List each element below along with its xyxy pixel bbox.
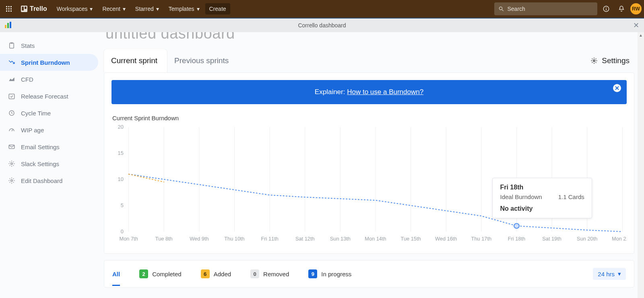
svg-line-24 (12, 129, 13, 131)
svg-text:Mon 14th: Mon 14th (365, 236, 386, 242)
filter-added[interactable]: 6Added (201, 269, 231, 278)
menu-recent[interactable]: Recent▾ (98, 3, 129, 14)
avatar[interactable]: RW (630, 3, 642, 14)
svg-rect-20 (10, 43, 14, 48)
svg-point-66 (514, 224, 519, 228)
svg-rect-19 (10, 22, 11, 28)
svg-rect-2 (10, 6, 12, 7)
sidebar-item-stats[interactable]: Stats (0, 37, 98, 54)
filter-label: Removed (263, 271, 289, 277)
gear-icon (8, 177, 15, 184)
tooltip-value: 1.1 Cards (558, 193, 584, 200)
clock-icon (8, 109, 15, 117)
chart-tooltip: Fri 18th Ideal Burndown 1.1 Cards No act… (492, 178, 592, 218)
trello-logo[interactable]: Trello (17, 3, 51, 15)
svg-rect-6 (6, 10, 7, 12)
tab-previous-sprints[interactable]: Previous sprints (167, 49, 238, 72)
svg-text:Tue 15th: Tue 15th (401, 236, 421, 242)
mail-icon (8, 143, 15, 150)
menu-templates[interactable]: Templates▾ (165, 3, 204, 14)
settings-link[interactable]: Settings (590, 56, 634, 65)
svg-rect-10 (22, 6, 24, 10)
main-area: untitled dashboard Current sprint Previo… (101, 32, 644, 298)
activity-filter-card: All 2Completed 6Added 0Removed 9In progr… (104, 260, 634, 288)
svg-text:Fri 18th: Fri 18th (508, 236, 525, 242)
sidebar-item-label: WIP age (21, 127, 44, 134)
trello-logo-text: Trello (30, 5, 47, 12)
svg-rect-1 (8, 6, 10, 7)
close-icon[interactable]: ✕ (633, 21, 639, 30)
svg-rect-7 (8, 10, 10, 12)
burndown-chart[interactable]: 05101520Mon 7thTue 8thWed 9thThu 10thFri… (111, 123, 627, 244)
gear-icon (8, 160, 15, 167)
tab-current-sprint[interactable]: Current sprint (104, 49, 167, 72)
svg-text:Sat 19th: Sat 19th (542, 236, 561, 242)
trend-down-icon (8, 59, 15, 66)
svg-text:Wed 9th: Wed 9th (190, 236, 208, 242)
banner-close-icon[interactable] (613, 84, 621, 92)
svg-rect-21 (10, 43, 13, 44)
menu-workspaces[interactable]: Workspaces▾ (53, 3, 97, 14)
sidebar-item-label: Stats (21, 42, 35, 49)
create-button[interactable]: Create (205, 3, 230, 14)
svg-rect-11 (25, 6, 27, 9)
sidebar-item-label: CFD (21, 76, 33, 83)
banner-link[interactable]: How to use a Burndown? (347, 88, 423, 96)
gear-icon (590, 57, 598, 64)
sidebar-item-release-forecast[interactable]: Release Forecast (0, 88, 98, 105)
settings-label: Settings (602, 56, 630, 65)
sidebar-item-slack-settings[interactable]: Slack Settings (0, 155, 98, 172)
info-icon[interactable] (600, 2, 613, 15)
sidebar-item-cycle-time[interactable]: Cycle Time (0, 105, 98, 121)
svg-text:10: 10 (118, 177, 124, 182)
tooltip-no-activity: No activity (500, 205, 584, 212)
sidebar-item-label: Edit Dashboard (21, 177, 62, 184)
svg-rect-22 (9, 94, 14, 99)
sidebar-item-label: Sprint Burndown (21, 59, 70, 66)
sidebar-item-cfd[interactable]: CFD (0, 71, 98, 88)
filter-inprogress[interactable]: 9In progress (308, 269, 351, 278)
svg-rect-8 (10, 10, 12, 12)
badge-count: 0 (250, 269, 259, 278)
trello-topbar: Trello Workspaces▾ Recent▾ Starred▾ Temp… (0, 0, 644, 18)
chevron-down-icon: ▾ (618, 270, 621, 277)
badge-count: 6 (201, 269, 210, 278)
bell-icon[interactable] (615, 2, 628, 15)
sidebar-item-wip-age[interactable]: WIP age (0, 121, 98, 138)
filter-all[interactable]: All (112, 271, 120, 286)
sidebar-item-sprint-burndown[interactable]: Sprint Burndown (0, 54, 98, 71)
svg-text:20: 20 (118, 124, 124, 130)
search-input[interactable] (507, 6, 593, 12)
svg-text:Tue 8th: Tue 8th (155, 236, 173, 242)
explainer-banner: Explainer: How to use a Burndown? (111, 80, 627, 104)
svg-text:Sun 20th: Sun 20th (577, 236, 597, 242)
tooltip-date: Fri 18th (500, 184, 584, 191)
modal-header: Corrello dashboard ✕ (0, 18, 644, 32)
app-switcher-icon[interactable] (2, 2, 15, 15)
search-box[interactable] (494, 2, 597, 15)
svg-point-27 (11, 180, 13, 182)
menu-starred[interactable]: Starred▾ (131, 3, 163, 14)
search-icon (498, 6, 504, 12)
filter-removed[interactable]: 0Removed (250, 269, 289, 278)
banner-prefix: Explainer: (315, 88, 347, 96)
filter-completed[interactable]: 2Completed (139, 269, 182, 278)
svg-rect-5 (10, 8, 12, 10)
svg-text:0: 0 (121, 229, 124, 234)
time-range-select[interactable]: 24 hrs▾ (593, 268, 626, 280)
svg-text:Wed 16th: Wed 16th (435, 236, 457, 242)
svg-text:15: 15 (118, 150, 124, 156)
tooltip-series: Ideal Burndown (500, 193, 542, 200)
svg-text:Thu 10th: Thu 10th (224, 236, 245, 242)
svg-text:5: 5 (121, 203, 124, 208)
svg-rect-4 (8, 8, 10, 10)
sidebar-item-edit-dashboard[interactable]: Edit Dashboard (0, 172, 98, 189)
page-title: untitled dashboard (105, 32, 235, 42)
scrollbar[interactable]: ▲ (638, 32, 644, 298)
svg-point-26 (11, 163, 13, 165)
sidebar-item-label: Release Forecast (21, 93, 68, 100)
trello-board-icon (21, 6, 27, 12)
sidebar-item-email-settings[interactable]: Email Settings (0, 138, 98, 155)
svg-text:Sun 13th: Sun 13th (330, 236, 351, 242)
filter-label: Completed (152, 271, 182, 277)
